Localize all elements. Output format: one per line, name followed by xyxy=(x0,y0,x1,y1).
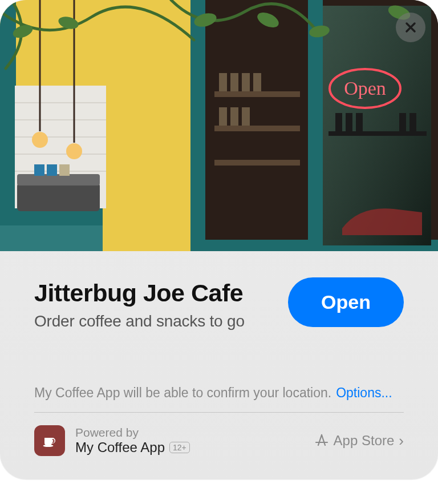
headline-text: Jitterbug Joe Cafe Order coffee and snac… xyxy=(34,280,245,330)
chevron-right-icon: › xyxy=(399,432,404,450)
clip-subtitle: Order coffee and snacks to go xyxy=(34,312,245,330)
permission-notice: My Coffee App will be able to confirm yo… xyxy=(34,385,404,401)
app-clip-card: Open xyxy=(0,0,438,479)
powered-by: Powered by My Coffee App 12+ xyxy=(34,425,190,456)
open-button[interactable]: Open xyxy=(288,277,404,327)
svg-rect-47 xyxy=(409,113,416,131)
permission-text: My Coffee App will be able to confirm yo… xyxy=(34,385,331,401)
coffee-cup-icon xyxy=(41,432,58,449)
app-name-row: My Coffee App 12+ xyxy=(75,440,190,455)
storefront-illustration: Open xyxy=(0,0,438,251)
svg-rect-32 xyxy=(253,73,261,91)
footer-row: Powered by My Coffee App 12+ App Store xyxy=(34,413,404,456)
svg-rect-16 xyxy=(47,164,57,176)
hero-image: Open xyxy=(0,0,438,251)
svg-rect-29 xyxy=(219,73,227,91)
svg-rect-33 xyxy=(219,107,227,126)
svg-rect-46 xyxy=(399,113,406,131)
app-name: My Coffee App xyxy=(75,440,165,455)
neon-open-sign: Open xyxy=(344,78,386,99)
app-store-label: App Store xyxy=(334,433,395,449)
svg-rect-28 xyxy=(214,160,300,166)
svg-rect-31 xyxy=(242,73,250,91)
app-store-icon xyxy=(314,433,329,448)
svg-rect-15 xyxy=(34,164,44,176)
clip-title: Jitterbug Joe Cafe xyxy=(34,280,245,307)
svg-point-12 xyxy=(66,143,82,159)
close-icon xyxy=(404,21,417,34)
svg-rect-17 xyxy=(59,164,70,176)
svg-rect-35 xyxy=(242,107,250,126)
svg-rect-44 xyxy=(346,113,352,131)
svg-line-50 xyxy=(322,435,325,445)
svg-rect-27 xyxy=(214,126,300,131)
svg-rect-21 xyxy=(308,0,323,251)
svg-point-48 xyxy=(43,445,54,447)
powered-by-label: Powered by xyxy=(75,426,190,440)
age-rating-badge: 12+ xyxy=(169,442,190,453)
svg-point-11 xyxy=(32,132,48,148)
svg-rect-34 xyxy=(230,107,238,126)
headline-row: Jitterbug Joe Cafe Order coffee and snac… xyxy=(34,280,404,330)
options-link[interactable]: Options... xyxy=(336,385,392,401)
app-icon xyxy=(34,425,65,456)
close-button[interactable] xyxy=(396,13,425,42)
svg-rect-43 xyxy=(335,113,342,131)
svg-rect-2 xyxy=(0,225,103,251)
svg-line-49 xyxy=(318,435,322,445)
svg-rect-30 xyxy=(230,73,238,91)
svg-rect-45 xyxy=(356,113,363,131)
svg-rect-14 xyxy=(17,174,100,186)
svg-rect-18 xyxy=(106,0,190,251)
app-store-link[interactable]: App Store › xyxy=(314,432,404,450)
svg-rect-26 xyxy=(214,91,300,97)
svg-rect-42 xyxy=(328,131,427,136)
powered-text: Powered by My Coffee App 12+ xyxy=(75,426,190,455)
content-area: Jitterbug Joe Cafe Order coffee and snac… xyxy=(0,251,438,456)
svg-rect-13 xyxy=(17,183,100,211)
